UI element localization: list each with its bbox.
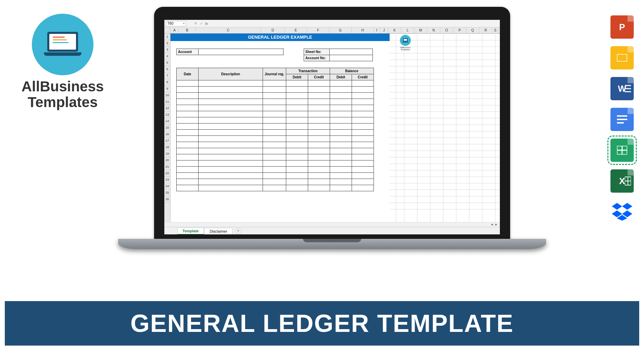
google-docs-icon[interactable] (610, 108, 634, 131)
tab-disclaimer[interactable]: Disclaimer (204, 228, 232, 234)
col-header[interactable]: R (479, 27, 492, 33)
excel-icon[interactable]: X (610, 169, 634, 193)
row-header[interactable]: 17 (164, 138, 170, 144)
table-cell[interactable] (199, 167, 263, 173)
table-cell[interactable] (199, 136, 263, 142)
table-cell[interactable] (199, 105, 263, 111)
table-cell[interactable] (330, 173, 352, 179)
dropbox-icon[interactable] (610, 200, 634, 223)
col-header[interactable]: F (307, 27, 329, 33)
col-header[interactable]: Q (466, 27, 479, 33)
account-no-input[interactable] (330, 55, 373, 61)
table-cell[interactable] (330, 105, 352, 111)
table-cell[interactable] (308, 160, 330, 167)
table-cell[interactable] (263, 93, 286, 99)
table-cell[interactable] (330, 148, 352, 154)
table-row[interactable] (177, 87, 374, 93)
table-cell[interactable] (199, 179, 263, 185)
table-cell[interactable] (177, 185, 199, 191)
table-cell[interactable] (199, 124, 263, 130)
table-cell[interactable] (286, 167, 308, 173)
table-cell[interactable] (352, 87, 374, 93)
table-row[interactable] (177, 80, 374, 87)
row-header[interactable]: 15 (164, 125, 170, 131)
table-cell[interactable] (286, 111, 308, 117)
table-cell[interactable] (263, 179, 286, 185)
table-cell[interactable] (352, 130, 374, 136)
table-cell[interactable] (308, 167, 330, 173)
table-cell[interactable] (177, 148, 199, 154)
table-cell[interactable] (330, 87, 352, 93)
table-cell[interactable] (177, 136, 199, 142)
col-header[interactable]: G (329, 27, 352, 33)
table-cell[interactable] (177, 167, 199, 173)
table-cell[interactable] (308, 130, 330, 136)
table-cell[interactable] (263, 117, 286, 124)
table-cell[interactable] (177, 160, 199, 167)
table-cell[interactable] (177, 99, 199, 105)
table-cell[interactable] (352, 148, 374, 154)
table-row[interactable] (177, 185, 374, 191)
table-cell[interactable] (199, 142, 263, 148)
table-cell[interactable] (286, 185, 308, 191)
table-cell[interactable] (352, 80, 374, 87)
row-header[interactable]: 22 (164, 170, 170, 177)
col-header[interactable]: N (427, 27, 440, 33)
table-cell[interactable] (177, 93, 199, 99)
table-row[interactable] (177, 173, 374, 179)
col-header[interactable]: H (352, 27, 374, 33)
table-cell[interactable] (263, 167, 286, 173)
col-header[interactable]: L (401, 27, 414, 33)
table-cell[interactable] (199, 117, 263, 124)
table-cell[interactable] (263, 154, 286, 160)
table-cell[interactable] (352, 111, 374, 117)
table-cell[interactable] (286, 117, 308, 124)
table-row[interactable] (177, 179, 374, 185)
check-icon[interactable]: ✓ (200, 21, 203, 26)
row-header[interactable]: 24 (164, 183, 170, 190)
table-cell[interactable] (286, 87, 308, 93)
table-cell[interactable] (352, 99, 374, 105)
table-cell[interactable] (308, 111, 330, 117)
row-header[interactable]: 6 (164, 66, 170, 73)
table-cell[interactable] (263, 99, 286, 105)
table-cell[interactable] (330, 80, 352, 87)
table-cell[interactable] (308, 148, 330, 154)
table-cell[interactable] (330, 167, 352, 173)
table-row[interactable] (177, 111, 374, 117)
table-cell[interactable] (352, 136, 374, 142)
table-cell[interactable] (177, 154, 199, 160)
table-row[interactable] (177, 154, 374, 160)
row-header[interactable]: 9 (164, 86, 170, 92)
sheet-no-input[interactable] (330, 49, 373, 55)
table-cell[interactable] (286, 93, 308, 99)
table-cell[interactable] (286, 148, 308, 154)
table-row[interactable] (177, 117, 374, 124)
table-cell[interactable] (330, 179, 352, 185)
col-header[interactable]: I (374, 27, 380, 33)
table-cell[interactable] (308, 80, 330, 87)
add-sheet-icon[interactable]: + (235, 228, 241, 234)
col-header[interactable]: O (440, 27, 453, 33)
table-cell[interactable] (263, 185, 286, 191)
table-cell[interactable] (286, 160, 308, 167)
row-header[interactable]: 10 (164, 92, 170, 99)
table-cell[interactable] (263, 142, 286, 148)
name-box[interactable]: T60▾ (166, 21, 186, 26)
table-cell[interactable] (263, 87, 286, 93)
horizontal-scrollbar[interactable]: ◄► (164, 222, 500, 227)
table-row[interactable] (177, 142, 374, 148)
table-cell[interactable] (286, 154, 308, 160)
table-cell[interactable] (352, 179, 374, 185)
col-header[interactable]: P (453, 27, 466, 33)
table-cell[interactable] (199, 111, 263, 117)
powerpoint-icon[interactable]: P (610, 15, 634, 39)
cancel-icon[interactable]: ✕ (194, 21, 197, 26)
table-cell[interactable] (352, 167, 374, 173)
tab-template[interactable]: Template (177, 228, 204, 234)
table-cell[interactable] (286, 136, 308, 142)
table-cell[interactable] (330, 93, 352, 99)
row-header[interactable]: 1 (164, 34, 170, 40)
table-cell[interactable] (330, 111, 352, 117)
table-cell[interactable] (308, 179, 330, 185)
